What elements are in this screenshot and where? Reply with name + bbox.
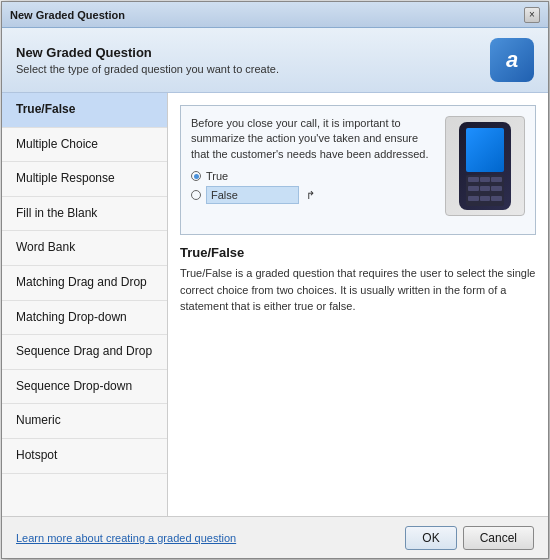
footer: Learn more about creating a graded quest… (2, 516, 548, 558)
dialog-window: New Graded Question × New Graded Questio… (1, 1, 549, 559)
phone-keypad (466, 175, 504, 206)
header-section: New Graded Question Select the type of g… (2, 28, 548, 93)
content-area: True/False Multiple Choice Multiple Resp… (2, 93, 548, 516)
list-item-fill-blank[interactable]: Fill in the Blank (2, 197, 167, 232)
phone-key (491, 186, 502, 191)
cancel-button[interactable]: Cancel (463, 526, 534, 550)
header-title: New Graded Question (16, 45, 279, 60)
description-title: True/False (180, 245, 536, 260)
phone-key (480, 196, 491, 201)
close-button[interactable]: × (524, 7, 540, 23)
footer-buttons: OK Cancel (405, 526, 534, 550)
question-type-list: True/False Multiple Choice Multiple Resp… (2, 93, 168, 516)
title-bar: New Graded Question × (2, 2, 548, 28)
right-panel: Before you close your call, it is import… (168, 93, 548, 516)
list-item-multiple-choice[interactable]: Multiple Choice (2, 128, 167, 163)
option-false-label: False (206, 186, 299, 204)
phone-key (480, 177, 491, 182)
title-bar-text: New Graded Question (10, 9, 125, 21)
option-true-label: True (206, 170, 228, 182)
description-section: True/False True/False is a graded questi… (180, 245, 536, 315)
list-item-true-false[interactable]: True/False (2, 93, 167, 128)
list-item-matching-dropdown[interactable]: Matching Drop-down (2, 301, 167, 336)
list-item-sequence-dropdown[interactable]: Sequence Drop-down (2, 370, 167, 405)
list-item-word-bank[interactable]: Word Bank (2, 231, 167, 266)
preview-box: Before you close your call, it is import… (180, 105, 536, 235)
preview-option-false: False ↱ (191, 186, 435, 204)
app-icon: a (490, 38, 534, 82)
list-item-hotspot[interactable]: Hotspot (2, 439, 167, 474)
phone-key (480, 186, 491, 191)
phone-body (459, 122, 511, 210)
list-item-matching-drag[interactable]: Matching Drag and Drop (2, 266, 167, 301)
ok-button[interactable]: OK (405, 526, 456, 550)
radio-false (191, 190, 201, 200)
cursor-icon: ↱ (306, 189, 315, 202)
list-item-multiple-response[interactable]: Multiple Response (2, 162, 167, 197)
phone-key (468, 196, 479, 201)
phone-screen (466, 128, 504, 172)
phone-key (468, 177, 479, 182)
list-item-numeric[interactable]: Numeric (2, 404, 167, 439)
learn-more-link[interactable]: Learn more about creating a graded quest… (16, 532, 236, 544)
preview-question-text: Before you close your call, it is import… (191, 116, 435, 162)
radio-true (191, 171, 201, 181)
list-item-sequence-drag[interactable]: Sequence Drag and Drop (2, 335, 167, 370)
header-subtitle: Select the type of graded question you w… (16, 63, 279, 75)
description-text: True/False is a graded question that req… (180, 265, 536, 315)
phone-image (445, 116, 525, 216)
phone-key (468, 186, 479, 191)
phone-key (491, 196, 502, 201)
header-text: New Graded Question Select the type of g… (16, 45, 279, 75)
preview-option-true: True (191, 170, 435, 182)
preview-content: Before you close your call, it is import… (191, 116, 435, 224)
phone-key (491, 177, 502, 182)
